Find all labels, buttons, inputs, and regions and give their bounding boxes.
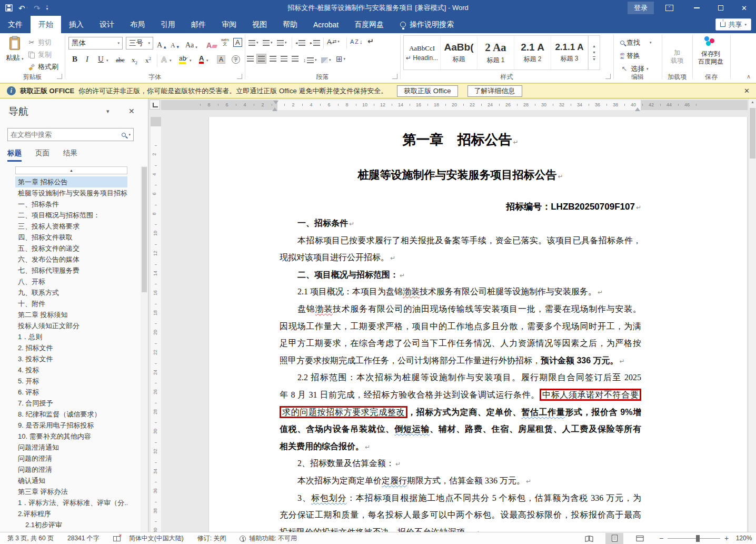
nav-heading-item[interactable]: 九、联系方式 <box>15 287 127 298</box>
warning-close-icon[interactable]: ✕ <box>744 87 750 95</box>
style-card-3[interactable]: 2.1 A标题 2 <box>514 36 551 70</box>
nav-heading-item[interactable]: 2. 招标文件 <box>15 342 127 353</box>
align-center-button[interactable] <box>256 54 266 64</box>
nav-heading-item[interactable]: 桩腿等设施制作与安装服务项目招标... <box>15 187 127 199</box>
nav-heading-item[interactable]: 十、附件 <box>15 298 127 309</box>
zoom-in-button[interactable]: + <box>721 534 732 542</box>
increase-indent-button[interactable]: ▸ <box>310 37 320 48</box>
ribbon-tab-9[interactable]: 帮助 <box>275 16 305 33</box>
bullets-button[interactable]: ▾ <box>248 37 258 48</box>
ribbon-tab-7[interactable]: 审阅 <box>214 16 244 33</box>
nav-heading-item[interactable]: 问题澄清通知 <box>15 442 127 453</box>
get-genuine-office-button[interactable]: 获取正版 Office <box>397 85 457 97</box>
maximize-button[interactable] <box>709 0 732 16</box>
subscript-button[interactable]: x2 <box>132 56 137 65</box>
grow-font-button[interactable]: A▲ <box>157 38 167 50</box>
sign-in-button[interactable]: 登录 <box>628 2 654 14</box>
proofing-errors-icon[interactable] <box>113 536 121 541</box>
nav-heading-item[interactable]: 10. 需要补充的其他内容 <box>15 431 127 442</box>
underline-button[interactable]: U <box>98 55 104 64</box>
enclose-characters-button[interactable]: 字 <box>232 55 240 64</box>
font-name-combo[interactable]: 黑体▾ <box>68 37 123 50</box>
shrink-font-button[interactable]: A▼ <box>171 38 180 50</box>
paste-button[interactable]: 粘贴 ▾ <box>4 36 26 63</box>
document-search-box[interactable]: ▾ <box>7 128 134 141</box>
document-scrollbar-thumb[interactable] <box>750 108 755 159</box>
nav-heading-item[interactable]: 二、项目概况与招标范围： <box>15 210 127 221</box>
zoom-level[interactable]: 120% <box>732 535 756 542</box>
find-button[interactable]: 查找▾ <box>620 37 652 48</box>
zoom-slider[interactable] <box>668 538 720 539</box>
styles-dialog-launcher[interactable] <box>605 74 611 79</box>
nav-scrollbar[interactable] <box>141 166 147 532</box>
nav-heading-item[interactable]: 9. 是否采用电子招标投标 <box>15 420 127 431</box>
save-to-baidu-button[interactable]: 保存到百度网盘 <box>696 50 725 66</box>
decrease-indent-button[interactable]: ◂ <box>295 37 305 48</box>
italic-button[interactable]: I <box>86 55 88 64</box>
font-color-button[interactable]: A <box>199 55 204 64</box>
read-mode-button[interactable] <box>580 533 598 544</box>
nav-heading-item[interactable]: 第一章 招标公告 <box>15 176 127 187</box>
align-right-button[interactable] <box>268 54 278 64</box>
scroll-up-icon[interactable]: ▲ <box>749 100 756 104</box>
numbering-button[interactable]: ▾ <box>263 37 273 48</box>
ribbon-tab-8[interactable]: 视图 <box>244 16 275 33</box>
format-painter-button[interactable]: 格式刷 <box>27 61 58 72</box>
font-dialog-launcher[interactable] <box>237 74 242 79</box>
nav-heading-item[interactable]: 投标人须知正文部分 <box>15 320 127 331</box>
ribbon-tab-0[interactable]: 文件 <box>0 16 31 33</box>
phonetic-guide-button[interactable]: wén文 <box>221 38 229 46</box>
nav-heading-item[interactable]: 四、招标文件获取 <box>15 232 127 243</box>
navigation-options-icon[interactable]: ▾ <box>106 108 110 115</box>
style-card-0[interactable]: AaBbCcI↵ Headin... <box>404 36 441 70</box>
language-indicator[interactable]: 简体中文(中国大陆) <box>129 534 184 543</box>
nav-heading-item[interactable]: 问题的澄清 <box>15 453 127 464</box>
tell-me-search[interactable]: 操作说明搜索 <box>400 16 454 33</box>
left-indent-marker[interactable] <box>272 105 277 111</box>
navigation-close-icon[interactable]: ✕ <box>128 107 135 115</box>
zoom-out-button[interactable]: − <box>656 534 667 542</box>
character-shading-button[interactable]: A <box>217 55 225 64</box>
nav-heading-item[interactable]: 第二章 投标须知 <box>15 309 127 320</box>
superscript-button[interactable]: x2 <box>145 56 151 65</box>
replace-button[interactable]: abac替换 <box>620 50 640 61</box>
accessibility-status[interactable]: 辅助功能: 不可用 <box>249 534 297 543</box>
baidu-netdisk-icon[interactable] <box>703 36 718 49</box>
style-card-4[interactable]: 2.1.1 A标题 3 <box>551 36 588 70</box>
character-border-button[interactable]: A <box>233 38 242 47</box>
nav-scrollbar-thumb[interactable] <box>142 167 147 292</box>
nav-heading-item[interactable]: 6. 评标 <box>15 387 127 398</box>
ribbon-tab-11[interactable]: 百度网盘 <box>346 16 392 33</box>
change-case-button[interactable]: Aa▾ <box>185 38 197 50</box>
style-card-2[interactable]: 2 Aa标题 1 <box>478 36 514 70</box>
document-scrollbar[interactable]: ▲ <box>748 98 756 532</box>
print-layout-button[interactable] <box>605 533 623 544</box>
nav-heading-item[interactable]: 1．评标方法、评标标准、评审（分... <box>15 497 127 508</box>
show-hide-marks-button[interactable]: ↵ <box>367 36 374 46</box>
borders-button[interactable]: ⊞▾ <box>336 54 345 64</box>
bold-button[interactable]: B <box>72 55 77 64</box>
minimize-button[interactable] <box>685 0 709 16</box>
distribute-button[interactable] <box>290 54 300 64</box>
align-left-button[interactable] <box>245 54 255 64</box>
search-input[interactable] <box>11 131 119 139</box>
tab-selector[interactable] <box>150 100 160 110</box>
sort-button[interactable]: AZ↓ <box>350 36 363 47</box>
nav-jump-top[interactable]: ▲ <box>15 166 127 174</box>
track-changes-indicator[interactable]: 修订: 关闭 <box>197 534 226 543</box>
strikethrough-button[interactable]: abc <box>116 56 125 64</box>
ribbon-tab-5[interactable]: 引用 <box>153 16 183 33</box>
nav-heading-item[interactable]: 4. 投标 <box>15 364 127 375</box>
nav-heading-item[interactable]: 五、投标文件的递交 <box>15 243 127 254</box>
nav-heading-item[interactable]: 三、投标人资格要求 <box>15 221 127 232</box>
nav-heading-item[interactable]: 1．总则 <box>15 331 127 342</box>
search-icon[interactable] <box>122 133 126 137</box>
nav-heading-item[interactable]: 2.1初步评审 <box>15 519 127 530</box>
nav-heading-item[interactable]: 8. 纪律和监督（诚信要求） <box>15 409 127 420</box>
nav-tab-2[interactable]: 结果 <box>63 149 77 162</box>
nav-heading-item[interactable]: 第三章 评标办法 <box>15 486 127 497</box>
nav-tab-1[interactable]: 页面 <box>35 149 49 162</box>
font-size-combo[interactable]: 三号▾ <box>126 37 153 50</box>
clear-formatting-button[interactable]: A <box>206 38 217 50</box>
nav-tab-0[interactable]: 标题 <box>7 149 22 162</box>
